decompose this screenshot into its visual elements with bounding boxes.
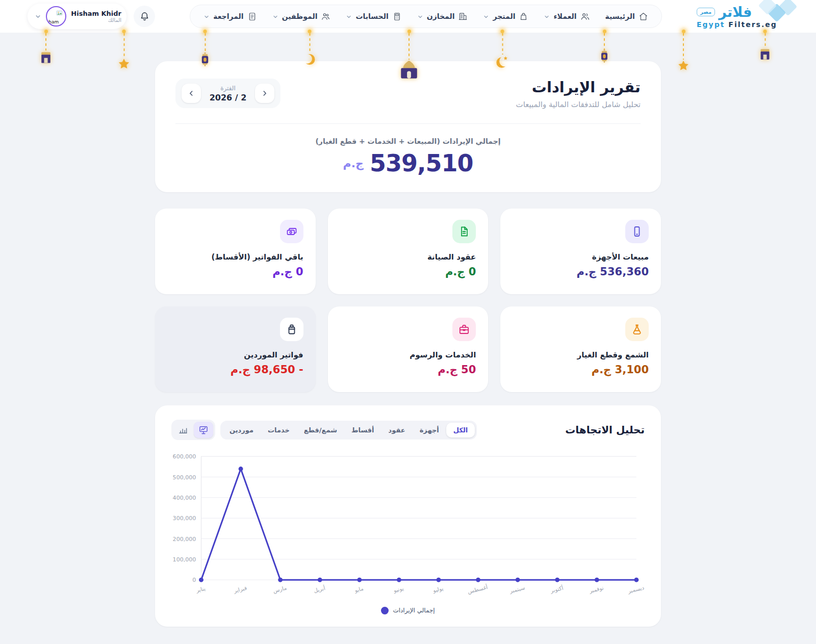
trend-tab-devices[interactable]: أجهزة bbox=[413, 423, 446, 437]
trend-filter-tabs: الكلأجهزةعقودأقساطشمع/قطعخدماتموردين bbox=[220, 421, 477, 440]
warehouse-icon bbox=[458, 12, 468, 21]
svg-text:300,000: 300,000 bbox=[173, 515, 196, 522]
stat-card-value: 0 ج.م bbox=[340, 266, 476, 278]
kaaba-icon bbox=[758, 47, 772, 61]
logo-english-text: Egypt Filters.eg bbox=[697, 20, 794, 29]
line-chart-toggle-button[interactable] bbox=[194, 422, 213, 438]
page-title: تقرير الإيرادات bbox=[516, 79, 641, 96]
nav-item-store[interactable]: المتجر bbox=[483, 12, 528, 21]
chevron-down-icon bbox=[483, 14, 489, 20]
contract-icon bbox=[452, 220, 476, 243]
chevron-right-icon bbox=[261, 90, 268, 97]
user-menu[interactable]: Hisham Khidr المالك ham bbox=[28, 4, 126, 29]
trend-tab-wax-parts[interactable]: شمع/قطع bbox=[297, 423, 344, 437]
trends-chart-wrap: 0100,000200,000300,000400,000500,000600,… bbox=[171, 449, 645, 605]
svg-text:مارس: مارس bbox=[272, 584, 287, 594]
nav-item-employees[interactable]: الموظفين bbox=[272, 12, 331, 21]
data-point[interactable] bbox=[516, 578, 520, 582]
chevron-down-icon bbox=[544, 14, 550, 20]
nav-item-accounts[interactable]: الحسابات bbox=[346, 12, 401, 21]
nav-item-review[interactable]: المراجعة bbox=[203, 12, 257, 21]
stat-cards-grid: مبيعات الأجهزة536,360 ج.معقود الصيانة0 ج… bbox=[155, 209, 661, 392]
employees-icon bbox=[321, 12, 330, 21]
revenue-report-page: تقرير الإيرادات تحليل شامل للتدفقات الما… bbox=[155, 61, 661, 627]
decoration-kaaba-icon bbox=[39, 30, 53, 65]
divider bbox=[175, 123, 641, 124]
svg-text:ديسمبر: ديسمبر bbox=[627, 584, 645, 595]
svg-text:500,000: 500,000 bbox=[173, 474, 196, 481]
data-point[interactable] bbox=[357, 578, 362, 582]
period-value: 2026 / 2 bbox=[206, 93, 250, 102]
data-point[interactable] bbox=[555, 578, 559, 582]
trend-tab-all[interactable]: الكل bbox=[446, 423, 475, 437]
period-forward-button[interactable] bbox=[255, 84, 274, 103]
bar-chart-toggle-button[interactable] bbox=[173, 422, 193, 438]
data-point[interactable] bbox=[239, 467, 243, 471]
svg-text:أبريل: أبريل bbox=[313, 584, 326, 594]
nav-item-warehouses[interactable]: المخازن bbox=[417, 12, 468, 21]
stat-card-services-fees: الخدمات والرسوم50 ج.م bbox=[328, 306, 489, 392]
data-point[interactable] bbox=[437, 578, 441, 582]
avatar-alt-text: ham bbox=[48, 19, 59, 24]
briefcase-icon bbox=[452, 318, 476, 341]
data-point[interactable] bbox=[278, 578, 283, 582]
svg-text:400,000: 400,000 bbox=[173, 495, 196, 501]
star-icon bbox=[118, 58, 131, 70]
stat-card-value: 50 ج.م bbox=[340, 364, 476, 376]
logo-arabic-text: فلاتر bbox=[719, 4, 752, 20]
stat-card-value: 536,360 ج.م bbox=[513, 266, 649, 278]
notifications-button[interactable] bbox=[134, 6, 155, 27]
trend-tab-installments[interactable]: أقساط bbox=[344, 423, 381, 437]
broken-image-icon bbox=[56, 10, 63, 16]
svg-text:يوليو: يوليو bbox=[432, 585, 444, 594]
stat-card-value: 0 ج.م bbox=[167, 266, 303, 278]
trend-tab-suppliers[interactable]: موردين bbox=[222, 423, 261, 437]
svg-text:أكتوبر: أكتوبر bbox=[549, 584, 564, 595]
main-nav: الرئيسيةالعملاءالمتجرالمخازنالحساباتالمو… bbox=[190, 5, 662, 28]
svg-text:سبتمبر: سبتمبر bbox=[508, 584, 526, 595]
page-subtitle: تحليل شامل للتدفقات المالية والمبيعات bbox=[516, 100, 641, 109]
data-point[interactable] bbox=[397, 578, 401, 582]
trend-tab-services[interactable]: خدمات bbox=[261, 423, 297, 437]
data-point[interactable] bbox=[476, 578, 480, 582]
period-label: الفترة bbox=[206, 85, 250, 92]
trends-card: تحليل الاتجاهات الكلأجهزةعقودأقساطشمع/قط… bbox=[155, 405, 661, 627]
star-icon bbox=[677, 60, 690, 72]
data-point[interactable] bbox=[318, 578, 322, 582]
bag-icon bbox=[519, 12, 528, 21]
stat-card-maintenance-contracts: عقود الصيانة0 ج.م bbox=[328, 209, 489, 294]
report-titles: تقرير الإيرادات تحليل شامل للتدفقات الما… bbox=[516, 79, 641, 109]
presentation-line-chart-icon bbox=[198, 425, 209, 435]
total-revenue-currency: ج.م bbox=[343, 157, 364, 170]
svg-text:مايو: مايو bbox=[353, 585, 364, 594]
data-point[interactable] bbox=[595, 578, 599, 582]
period-back-button[interactable] bbox=[182, 84, 201, 103]
svg-text:600,000: 600,000 bbox=[173, 453, 196, 460]
svg-text:يناير: يناير bbox=[195, 585, 206, 594]
total-revenue-block: إجمالي الإيرادات (المبيعات + الخدمات + ق… bbox=[175, 137, 641, 177]
chevron-down-icon bbox=[346, 14, 352, 20]
data-point[interactable] bbox=[199, 578, 203, 582]
svg-text:100,000: 100,000 bbox=[173, 556, 196, 563]
flask-icon bbox=[625, 318, 649, 341]
svg-text:يونيو: يونيو bbox=[392, 585, 404, 594]
svg-text:200,000: 200,000 bbox=[173, 536, 196, 543]
kaaba-icon bbox=[39, 50, 53, 65]
logo-country-badge: مصر bbox=[697, 8, 715, 16]
data-point[interactable] bbox=[634, 578, 639, 582]
calculator-icon bbox=[392, 12, 402, 21]
user-name: Hisham Khidr bbox=[71, 10, 121, 17]
decoration-lantern-icon bbox=[598, 30, 611, 64]
top-header: فلاتر مصر Egypt Filters.eg الرئيسيةالعمل… bbox=[0, 0, 816, 33]
nav-item-home[interactable]: الرئيسية bbox=[605, 12, 648, 21]
stat-card-value: - 98,650 ج.م bbox=[167, 364, 303, 376]
decoration-kaaba-icon bbox=[758, 30, 772, 61]
chevron-down-icon bbox=[417, 14, 423, 20]
chevron-down-icon bbox=[35, 13, 41, 20]
nav-item-customers[interactable]: العملاء bbox=[544, 12, 590, 21]
chart-controls: الكلأجهزةعقودأقساطشمع/قطعخدماتموردين bbox=[171, 420, 477, 440]
report-summary-card: تقرير الإيرادات تحليل شامل للتدفقات الما… bbox=[155, 61, 661, 192]
total-revenue-value: 539,510 bbox=[370, 149, 473, 177]
legend-label: إجمالي الإيرادات bbox=[393, 607, 435, 614]
trend-tab-contracts[interactable]: عقود bbox=[381, 423, 413, 437]
